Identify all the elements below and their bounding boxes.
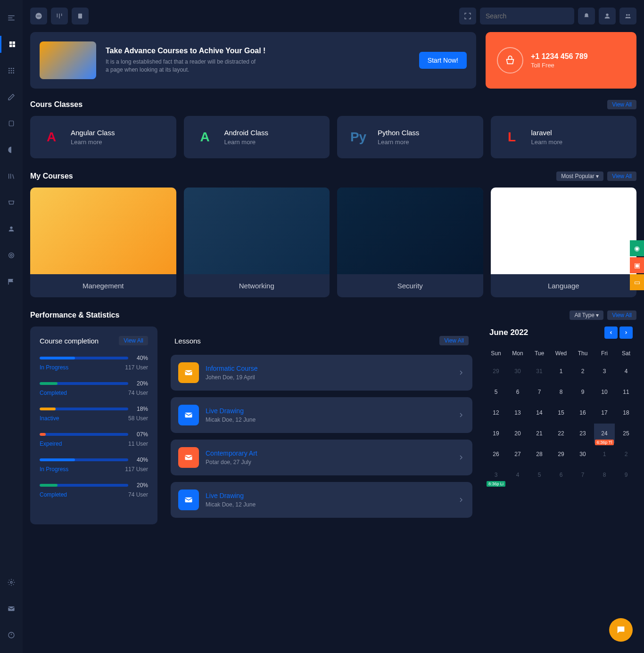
cal-day[interactable]: 2 — [572, 361, 593, 381]
side-tabs: ◉ ▣ ▭ — [630, 240, 644, 290]
cal-day[interactable]: 30 — [572, 444, 593, 464]
cal-day[interactable]: 22 — [551, 424, 571, 443]
completion-viewall[interactable]: View All — [119, 336, 148, 345]
cal-day[interactable]: 29 — [551, 444, 571, 464]
nav-chart[interactable] — [0, 141, 23, 158]
nav-cart[interactable] — [0, 194, 23, 211]
cal-day[interactable]: 246:36p Tl — [594, 424, 615, 443]
cal-day[interactable]: 8 — [594, 465, 615, 485]
cal-day[interactable]: 7 — [572, 465, 593, 485]
cal-day[interactable]: 9 — [572, 382, 593, 402]
cal-day[interactable]: 20 — [507, 424, 528, 443]
cal-day[interactable]: 6 — [551, 465, 571, 485]
chat-fab[interactable] — [609, 618, 633, 642]
cal-day[interactable]: 21 — [529, 424, 550, 443]
cal-day[interactable]: 38:36p Li — [486, 465, 506, 485]
fullscreen-icon[interactable] — [459, 8, 476, 24]
cal-day[interactable]: 4 — [616, 361, 636, 381]
kanban-icon[interactable] — [51, 8, 68, 24]
nav-dashboard[interactable] — [0, 36, 23, 53]
class-card[interactable]: A Android Class Learn more — [184, 116, 330, 158]
cal-day[interactable]: 23 — [572, 424, 593, 443]
lesson-item[interactable]: Contemporary Art Potar doe, 27 July — [171, 440, 472, 475]
all-type-dropdown[interactable]: All Type ▾ — [570, 310, 603, 320]
cal-day[interactable]: 9 — [616, 465, 636, 485]
side-tab-money-icon[interactable]: ◉ — [630, 240, 644, 256]
side-tab-chat-icon[interactable]: ▭ — [630, 274, 644, 290]
cal-day[interactable]: 3 — [594, 361, 615, 381]
cal-day[interactable]: 14 — [529, 403, 550, 423]
cal-next-button[interactable] — [619, 326, 633, 339]
nav-page[interactable] — [0, 115, 23, 132]
classes-viewall[interactable]: View All — [607, 100, 636, 109]
cal-day[interactable]: 5 — [486, 382, 506, 402]
cal-day[interactable]: 12 — [486, 403, 506, 423]
lessons-viewall[interactable]: View All — [439, 336, 469, 345]
cal-day[interactable]: 25 — [616, 424, 636, 443]
progress-item: 20% Completed 74 User — [40, 380, 148, 396]
search-input[interactable] — [486, 12, 568, 20]
lesson-item[interactable]: Live Drawing Micak Doe, 12 June — [171, 397, 472, 433]
cal-day[interactable]: 6 — [507, 382, 528, 402]
class-card[interactable]: A Angular Class Learn more — [30, 116, 176, 158]
cal-day[interactable]: 10 — [594, 382, 615, 402]
cal-day[interactable]: 31 — [529, 361, 550, 381]
nav-library[interactable] — [0, 168, 23, 185]
cal-day[interactable]: 16 — [572, 403, 593, 423]
class-sub: Learn more — [224, 139, 268, 146]
cal-day[interactable]: 8 — [551, 382, 571, 402]
course-card[interactable]: Security — [337, 188, 483, 297]
cal-day[interactable]: 1 — [594, 444, 615, 464]
cal-day[interactable]: 27 — [507, 444, 528, 464]
settings-icon[interactable] — [0, 574, 23, 591]
lessons-card: Lessons View All Informatic Course Johen… — [165, 326, 478, 524]
cal-day[interactable]: 17 — [594, 403, 615, 423]
cal-day[interactable]: 26 — [486, 444, 506, 464]
mail-icon[interactable] — [0, 600, 23, 617]
perf-viewall[interactable]: View All — [607, 310, 636, 320]
class-card[interactable]: Py Python Class Learn more — [337, 116, 483, 158]
side-tab-image-icon[interactable]: ▣ — [630, 257, 644, 273]
lesson-title: Contemporary Art — [206, 449, 451, 457]
courses-viewall[interactable]: View All — [607, 171, 636, 181]
course-card[interactable]: Manegement — [30, 188, 176, 297]
course-card[interactable]: Networking — [184, 188, 330, 297]
most-popular-dropdown[interactable]: Most Popular ▾ — [556, 171, 603, 181]
nav-user[interactable] — [0, 220, 23, 237]
cal-day[interactable]: 7 — [529, 382, 550, 402]
cal-day[interactable]: 28 — [529, 444, 550, 464]
class-card[interactable]: L laravel Learn more — [491, 116, 637, 158]
chat-icon[interactable] — [30, 8, 47, 24]
nav-flag[interactable] — [0, 273, 23, 290]
start-now-button[interactable]: Start Now! — [419, 52, 467, 69]
chevron-right-icon — [457, 369, 465, 376]
clipboard-icon[interactable] — [72, 8, 89, 24]
cal-day[interactable]: 5 — [529, 465, 550, 485]
bell-icon[interactable] — [578, 8, 595, 24]
cal-day[interactable]: 11 — [616, 382, 636, 402]
cal-day[interactable]: 30 — [507, 361, 528, 381]
cal-day[interactable]: 18 — [616, 403, 636, 423]
nav-edit[interactable] — [0, 89, 23, 106]
cal-day[interactable]: 29 — [486, 361, 506, 381]
power-icon[interactable] — [0, 627, 23, 644]
nav-apps[interactable] — [0, 62, 23, 79]
menu-toggle-icon[interactable] — [0, 9, 23, 26]
cal-day[interactable]: 19 — [486, 424, 506, 443]
cal-event[interactable]: 8:36p Li — [487, 481, 505, 487]
cal-day[interactable]: 1 — [551, 361, 571, 381]
cal-day[interactable]: 15 — [551, 403, 571, 423]
lesson-title: Live Drawing — [206, 407, 451, 415]
cal-day[interactable]: 4 — [507, 465, 528, 485]
course-card[interactable]: Language — [491, 188, 637, 297]
cal-prev-button[interactable] — [604, 326, 618, 339]
cal-day[interactable]: 2 — [616, 444, 636, 464]
search-box[interactable] — [480, 8, 574, 24]
lesson-item[interactable]: Live Drawing Micak Doe, 12 June — [171, 482, 472, 518]
nav-target[interactable] — [0, 247, 23, 264]
cal-day[interactable]: 13 — [507, 403, 528, 423]
profile-icon[interactable] — [599, 8, 616, 24]
topbar — [30, 8, 636, 24]
lesson-item[interactable]: Informatic Course Johen Doe, 19 April — [171, 355, 472, 391]
users-icon[interactable] — [619, 8, 636, 24]
